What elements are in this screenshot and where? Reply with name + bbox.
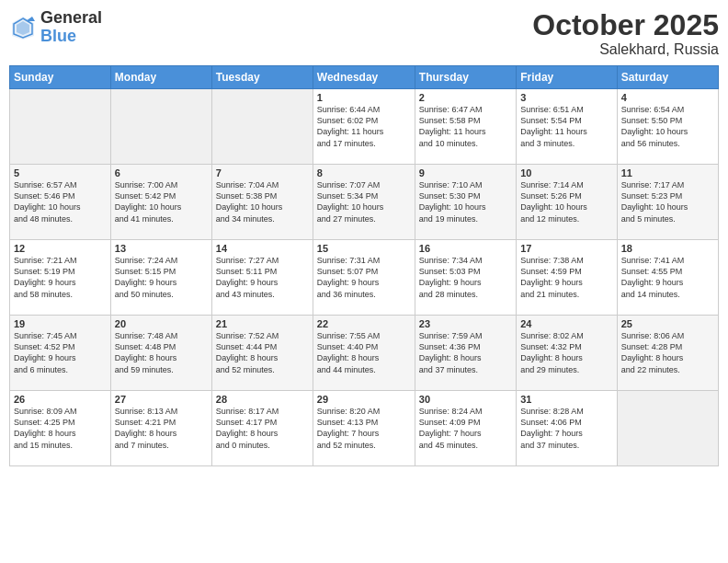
col-wednesday: Wednesday	[313, 66, 415, 89]
day-number: 8	[317, 167, 411, 178]
day-cell: 26Sunrise: 8:09 AM Sunset: 4:25 PM Dayli…	[10, 391, 111, 466]
day-info: Sunrise: 7:14 AM Sunset: 5:26 PM Dayligh…	[520, 179, 612, 224]
day-cell: 5Sunrise: 6:57 AM Sunset: 5:46 PM Daylig…	[10, 165, 111, 240]
day-info: Sunrise: 7:52 AM Sunset: 4:44 PM Dayligh…	[216, 330, 309, 375]
day-info: Sunrise: 7:38 AM Sunset: 4:59 PM Dayligh…	[520, 255, 612, 300]
day-cell: 8Sunrise: 7:07 AM Sunset: 5:34 PM Daylig…	[313, 165, 415, 240]
day-cell: 25Sunrise: 8:06 AM Sunset: 4:28 PM Dayli…	[617, 316, 718, 391]
day-number: 19	[14, 318, 107, 329]
col-monday: Monday	[110, 66, 211, 89]
day-info: Sunrise: 6:57 AM Sunset: 5:46 PM Dayligh…	[14, 179, 107, 224]
day-number: 11	[621, 167, 714, 178]
day-cell: 31Sunrise: 8:28 AM Sunset: 4:06 PM Dayli…	[517, 391, 617, 466]
day-number: 18	[621, 243, 714, 254]
day-info: Sunrise: 7:10 AM Sunset: 5:30 PM Dayligh…	[419, 179, 512, 224]
day-cell: 15Sunrise: 7:31 AM Sunset: 5:07 PM Dayli…	[313, 240, 415, 316]
logo: General Blue	[9, 9, 102, 46]
day-number: 13	[115, 243, 208, 254]
day-number: 25	[621, 318, 714, 329]
day-info: Sunrise: 8:13 AM Sunset: 4:21 PM Dayligh…	[115, 406, 208, 451]
day-info: Sunrise: 6:44 AM Sunset: 6:02 PM Dayligh…	[317, 104, 411, 149]
logo-text: General Blue	[40, 9, 102, 46]
week-row-4: 26Sunrise: 8:09 AM Sunset: 4:25 PM Dayli…	[10, 391, 719, 466]
day-number: 10	[520, 167, 612, 178]
day-info: Sunrise: 8:20 AM Sunset: 4:13 PM Dayligh…	[317, 406, 411, 451]
day-number: 23	[419, 318, 512, 329]
day-cell: 12Sunrise: 7:21 AM Sunset: 5:19 PM Dayli…	[10, 240, 111, 316]
calendar-header: Sunday Monday Tuesday Wednesday Thursday…	[10, 66, 719, 89]
day-number: 12	[14, 243, 107, 254]
day-number: 27	[115, 394, 208, 405]
day-info: Sunrise: 7:04 AM Sunset: 5:38 PM Dayligh…	[216, 179, 309, 224]
col-saturday: Saturday	[617, 66, 718, 89]
day-cell: 2Sunrise: 6:47 AM Sunset: 5:58 PM Daylig…	[415, 89, 516, 165]
day-info: Sunrise: 7:41 AM Sunset: 4:55 PM Dayligh…	[621, 255, 714, 300]
calendar-body: 1Sunrise: 6:44 AM Sunset: 6:02 PM Daylig…	[10, 89, 719, 466]
day-cell: 16Sunrise: 7:34 AM Sunset: 5:03 PM Dayli…	[415, 240, 516, 316]
week-row-0: 1Sunrise: 6:44 AM Sunset: 6:02 PM Daylig…	[10, 89, 719, 165]
day-cell	[617, 391, 718, 466]
day-number: 2	[419, 92, 512, 103]
day-info: Sunrise: 6:54 AM Sunset: 5:50 PM Dayligh…	[621, 104, 714, 149]
day-cell: 11Sunrise: 7:17 AM Sunset: 5:23 PM Dayli…	[617, 165, 718, 240]
col-sunday: Sunday	[10, 66, 111, 89]
header-row: Sunday Monday Tuesday Wednesday Thursday…	[10, 66, 719, 89]
day-info: Sunrise: 7:27 AM Sunset: 5:11 PM Dayligh…	[216, 255, 309, 300]
day-info: Sunrise: 7:07 AM Sunset: 5:34 PM Dayligh…	[317, 179, 411, 224]
day-cell: 3Sunrise: 6:51 AM Sunset: 5:54 PM Daylig…	[517, 89, 617, 165]
day-cell: 9Sunrise: 7:10 AM Sunset: 5:30 PM Daylig…	[415, 165, 516, 240]
day-cell: 23Sunrise: 7:59 AM Sunset: 4:36 PM Dayli…	[415, 316, 516, 391]
day-info: Sunrise: 8:09 AM Sunset: 4:25 PM Dayligh…	[14, 406, 107, 451]
day-cell: 30Sunrise: 8:24 AM Sunset: 4:09 PM Dayli…	[415, 391, 516, 466]
day-number: 7	[216, 167, 309, 178]
col-thursday: Thursday	[415, 66, 516, 89]
day-cell: 20Sunrise: 7:48 AM Sunset: 4:48 PM Dayli…	[110, 316, 211, 391]
logo-general-text: General	[40, 9, 102, 28]
day-cell: 6Sunrise: 7:00 AM Sunset: 5:42 PM Daylig…	[110, 165, 211, 240]
day-number: 22	[317, 318, 411, 329]
day-number: 3	[520, 92, 612, 103]
page: General Blue October 2025 Salekhard, Rus…	[0, 0, 728, 563]
day-info: Sunrise: 8:28 AM Sunset: 4:06 PM Dayligh…	[520, 406, 612, 451]
day-number: 16	[419, 243, 512, 254]
day-cell: 4Sunrise: 6:54 AM Sunset: 5:50 PM Daylig…	[617, 89, 718, 165]
day-cell: 1Sunrise: 6:44 AM Sunset: 6:02 PM Daylig…	[313, 89, 415, 165]
day-number: 4	[621, 92, 714, 103]
day-cell: 18Sunrise: 7:41 AM Sunset: 4:55 PM Dayli…	[617, 240, 718, 316]
day-cell	[211, 89, 313, 165]
day-info: Sunrise: 7:59 AM Sunset: 4:36 PM Dayligh…	[419, 330, 512, 375]
day-cell: 22Sunrise: 7:55 AM Sunset: 4:40 PM Dayli…	[313, 316, 415, 391]
day-info: Sunrise: 6:47 AM Sunset: 5:58 PM Dayligh…	[419, 104, 512, 149]
day-number: 29	[317, 394, 411, 405]
day-info: Sunrise: 7:31 AM Sunset: 5:07 PM Dayligh…	[317, 255, 411, 300]
header: General Blue October 2025 Salekhard, Rus…	[9, 9, 719, 58]
day-number: 17	[520, 243, 612, 254]
day-cell: 28Sunrise: 8:17 AM Sunset: 4:17 PM Dayli…	[211, 391, 313, 466]
day-info: Sunrise: 7:24 AM Sunset: 5:15 PM Dayligh…	[115, 255, 208, 300]
day-cell	[110, 89, 211, 165]
day-info: Sunrise: 6:51 AM Sunset: 5:54 PM Dayligh…	[520, 104, 612, 149]
day-cell: 21Sunrise: 7:52 AM Sunset: 4:44 PM Dayli…	[211, 316, 313, 391]
day-number: 5	[14, 167, 107, 178]
day-number: 15	[317, 243, 411, 254]
day-number: 20	[115, 318, 208, 329]
col-tuesday: Tuesday	[211, 66, 313, 89]
col-friday: Friday	[517, 66, 617, 89]
day-cell: 13Sunrise: 7:24 AM Sunset: 5:15 PM Dayli…	[110, 240, 211, 316]
day-info: Sunrise: 7:17 AM Sunset: 5:23 PM Dayligh…	[621, 179, 714, 224]
day-number: 1	[317, 92, 411, 103]
location: Salekhard, Russia	[532, 41, 719, 58]
day-info: Sunrise: 8:24 AM Sunset: 4:09 PM Dayligh…	[419, 406, 512, 451]
day-cell	[10, 89, 111, 165]
day-cell: 10Sunrise: 7:14 AM Sunset: 5:26 PM Dayli…	[517, 165, 617, 240]
day-cell: 27Sunrise: 8:13 AM Sunset: 4:21 PM Dayli…	[110, 391, 211, 466]
day-cell: 7Sunrise: 7:04 AM Sunset: 5:38 PM Daylig…	[211, 165, 313, 240]
day-number: 6	[115, 167, 208, 178]
day-cell: 29Sunrise: 8:20 AM Sunset: 4:13 PM Dayli…	[313, 391, 415, 466]
week-row-1: 5Sunrise: 6:57 AM Sunset: 5:46 PM Daylig…	[10, 165, 719, 240]
day-info: Sunrise: 8:06 AM Sunset: 4:28 PM Dayligh…	[621, 330, 714, 375]
logo-blue-text: Blue	[40, 28, 102, 46]
day-cell: 14Sunrise: 7:27 AM Sunset: 5:11 PM Dayli…	[211, 240, 313, 316]
day-cell: 19Sunrise: 7:45 AM Sunset: 4:52 PM Dayli…	[10, 316, 111, 391]
day-number: 26	[14, 394, 107, 405]
